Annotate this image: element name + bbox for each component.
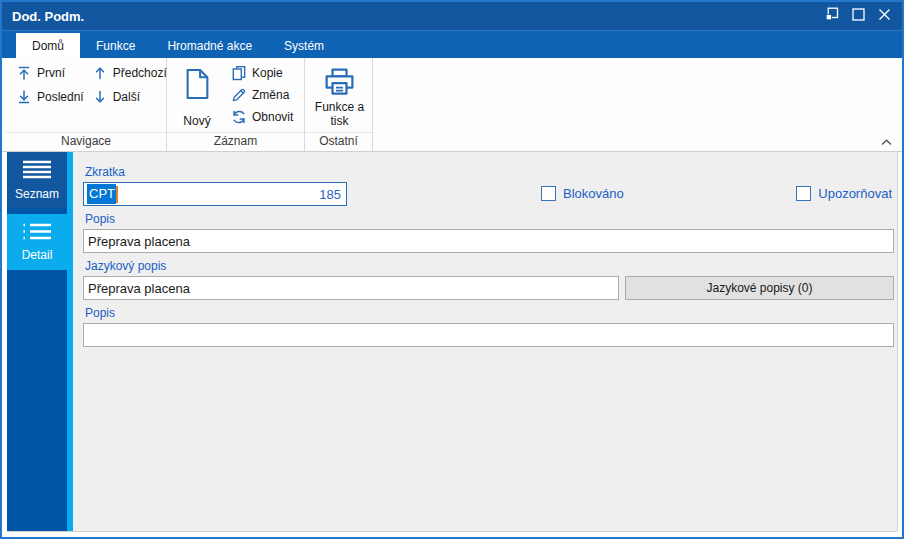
maximize-button[interactable] <box>850 8 866 24</box>
text-caret <box>116 186 118 203</box>
tab-hromadne-akce[interactable]: Hromadné akce <box>151 33 268 58</box>
detail-form: Zkratka CPT 185 Blokováno Upozorňovat <box>73 152 897 531</box>
new-record-button[interactable]: Nový <box>173 63 221 132</box>
last-record-button[interactable]: Poslední <box>12 87 88 107</box>
functions-print-button[interactable]: Funkce a tisk <box>311 63 368 132</box>
jazykovy-popis-label: Jazykový popis <box>85 259 894 273</box>
refresh-icon <box>231 109 247 125</box>
ribbon-button-label: Další <box>113 90 140 104</box>
content-area: Seznam Detail Zkratka CPT <box>2 152 902 537</box>
list-icon <box>22 160 52 182</box>
arrow-up-icon <box>92 65 108 81</box>
sidebar-item-label: Seznam <box>15 187 59 201</box>
ribbon-button-label: Nový <box>183 115 210 129</box>
popis-label: Popis <box>85 212 894 226</box>
zkratka-label: Zkratka <box>85 165 347 179</box>
close-icon <box>878 7 891 25</box>
window-title: Dod. Podm. <box>12 9 84 24</box>
edit-record-button[interactable]: Změna <box>227 85 297 105</box>
checkbox-box[interactable] <box>541 186 556 201</box>
form-row-popis: Popis <box>83 212 894 253</box>
group-label-navigace: Navigace <box>6 132 166 151</box>
sidebar-item-seznam[interactable]: Seznam <box>7 152 67 208</box>
jazykovy-popis-input[interactable] <box>83 276 619 300</box>
form-row-zkratka: Zkratka CPT 185 Blokováno Upozorňovat <box>83 162 894 206</box>
tab-system[interactable]: Systém <box>268 33 340 58</box>
ribbon-button-label: Změna <box>252 88 289 102</box>
restore-icon <box>825 7 839 25</box>
ribbon-button-label: Kopie <box>252 66 283 80</box>
ribbon-group-navigace: První Poslední Předchozí <box>6 58 167 151</box>
ribbon-tabstrip: Domů Funkce Hromadné akce Systém <box>2 30 902 58</box>
collapse-ribbon-button[interactable] <box>878 134 894 148</box>
popis-input[interactable] <box>83 229 894 253</box>
sidebar-item-label: Detail <box>22 248 53 262</box>
previous-record-button[interactable]: Předchozí <box>88 63 171 83</box>
checkbox-label: Blokováno <box>563 186 624 201</box>
ribbon: První Poslední Předchozí <box>2 58 902 152</box>
zkratka-code: 185 <box>319 187 341 202</box>
content-frame: Seznam Detail Zkratka CPT <box>7 152 898 532</box>
ribbon-group-ostatni: Funkce a tisk Ostatní <box>305 58 373 151</box>
zkratka-input[interactable]: CPT 185 <box>83 182 347 206</box>
close-button[interactable] <box>876 8 892 24</box>
checkbox-box[interactable] <box>796 186 811 201</box>
first-record-button[interactable]: První <box>12 63 88 83</box>
restore-button[interactable] <box>824 8 840 24</box>
group-label-ostatni: Ostatní <box>305 132 372 151</box>
jazykove-popisy-button[interactable]: Jazykové popisy (0) <box>625 276 894 300</box>
blokovano-checkbox[interactable]: Blokováno <box>541 186 624 201</box>
maximize-icon <box>852 7 865 25</box>
ribbon-button-label: Poslední <box>37 90 84 104</box>
ribbon-button-label: První <box>37 66 65 80</box>
ribbon-button-label: Obnovit <box>252 110 293 124</box>
popis2-input[interactable] <box>83 323 894 347</box>
detail-list-icon <box>22 223 52 243</box>
arrow-down-icon <box>92 89 108 105</box>
refresh-button[interactable]: Obnovit <box>227 107 297 127</box>
tab-funkce[interactable]: Funkce <box>80 33 151 58</box>
titlebar: Dod. Podm. <box>2 2 902 30</box>
form-row-popis2: Popis <box>83 306 894 347</box>
group-label-zaznam: Záznam <box>167 132 304 151</box>
checkbox-label: Upozorňovat <box>818 186 892 201</box>
arrow-bar-down-icon <box>16 89 32 105</box>
window-controls <box>824 8 892 24</box>
copy-icon <box>231 65 247 81</box>
app-window: Dod. Podm. Domů Funkce Hromadné akce <box>0 0 904 539</box>
copy-record-button[interactable]: Kopie <box>227 63 297 83</box>
selected-text: CPT <box>87 184 116 204</box>
popis2-label: Popis <box>85 306 894 320</box>
pencil-icon <box>231 87 247 103</box>
next-record-button[interactable]: Další <box>88 87 171 107</box>
view-sidebar: Seznam Detail <box>7 152 67 531</box>
ribbon-group-zaznam: Nový Kopie Změna <box>167 58 305 151</box>
tab-domu[interactable]: Domů <box>16 33 80 58</box>
sidebar-item-detail[interactable]: Detail <box>7 214 67 270</box>
ribbon-button-label: Předchozí <box>113 66 167 80</box>
arrow-bar-up-icon <box>16 65 32 81</box>
upozornovat-checkbox[interactable]: Upozorňovat <box>796 186 892 201</box>
printer-icon <box>324 68 355 96</box>
new-document-icon <box>184 68 211 100</box>
ribbon-button-label: Funkce a tisk <box>313 101 366 129</box>
form-row-jazykovy-popis: Jazykový popis Jazykové popisy (0) <box>83 259 894 300</box>
chevron-up-icon <box>881 132 892 150</box>
